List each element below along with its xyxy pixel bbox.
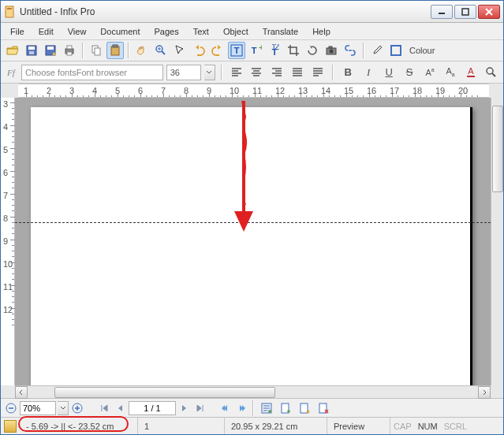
extract-page-icon: [298, 402, 311, 415]
zoom-dropdown[interactable]: [58, 401, 69, 415]
subscript-button[interactable]: Aa: [442, 64, 459, 81]
align-justify-button[interactable]: [289, 64, 306, 81]
font-size-combo[interactable]: 36: [166, 65, 201, 80]
svg-line-36: [492, 73, 495, 76]
superscript-icon: Aa: [425, 67, 434, 77]
minimize-button[interactable]: [431, 5, 453, 19]
paste-button[interactable]: [106, 42, 124, 59]
colour-swatch-icon: [390, 44, 402, 57]
menu-help[interactable]: Help: [306, 25, 337, 38]
font-size-dropdown[interactable]: [204, 65, 215, 80]
close-button[interactable]: [478, 5, 500, 19]
zoom-in-button[interactable]: [70, 401, 84, 415]
strike-icon: S: [406, 66, 413, 78]
pointer-tool[interactable]: [171, 42, 189, 59]
link-tool[interactable]: [342, 42, 359, 59]
menu-edit[interactable]: Edit: [32, 25, 60, 38]
saveas-button[interactable]: [42, 42, 59, 59]
redo-icon: [211, 44, 224, 57]
eyedropper-tool[interactable]: [368, 42, 386, 59]
svg-line-19: [162, 51, 165, 54]
hscroll-left-button[interactable]: [15, 386, 28, 399]
menu-text[interactable]: Text: [187, 25, 215, 38]
last-page-button[interactable]: [193, 401, 207, 415]
chevron-down-icon: [60, 406, 66, 411]
align-justify-last-button[interactable]: [309, 64, 327, 81]
minus-circle-icon: [6, 403, 17, 414]
prev-page-button[interactable]: [113, 401, 127, 415]
align-center-icon: [250, 66, 263, 79]
undo-button[interactable]: [190, 42, 207, 59]
first-page-button[interactable]: [97, 401, 111, 415]
svg-text:+: +: [259, 44, 262, 52]
insert-page-icon: [279, 402, 292, 415]
insert-page-button[interactable]: [277, 400, 294, 417]
hscroll-thumb[interactable]: [54, 387, 275, 398]
folder-open-icon: [6, 44, 19, 57]
horizontal-guide[interactable]: [15, 222, 491, 223]
app-window: Untitled - Infix Pro File Edit View Docu…: [0, 0, 504, 435]
menu-translate[interactable]: Translate: [256, 25, 304, 38]
hand-tool[interactable]: [133, 42, 151, 59]
vertical-scrollbar[interactable]: [491, 98, 503, 385]
bold-button[interactable]: B: [339, 64, 357, 81]
vscroll-thumb[interactable]: [492, 106, 503, 192]
horizontal-scrollbar[interactable]: [15, 385, 491, 398]
zoom-out-button[interactable]: [4, 401, 18, 415]
copy-button[interactable]: [88, 42, 105, 59]
forward-view-icon: [237, 403, 246, 413]
text-tool[interactable]: T: [228, 42, 245, 59]
vertical-ruler[interactable]: 3456789101112: [1, 98, 15, 385]
menu-object[interactable]: Object: [217, 25, 255, 38]
status-icon[interactable]: [4, 420, 17, 433]
textplus-tool[interactable]: T+: [247, 42, 264, 59]
menu-file[interactable]: File: [4, 25, 31, 38]
svg-rect-16: [111, 46, 119, 55]
delete-page-button[interactable]: [315, 400, 332, 417]
font-combo[interactable]: Choose fontsFont browser: [21, 65, 163, 80]
print-button[interactable]: [61, 42, 78, 59]
forward-view-button[interactable]: [234, 401, 248, 415]
font-family-icon: Ff: [4, 68, 18, 77]
menu-document[interactable]: Document: [94, 25, 146, 38]
textcolor-button[interactable]: A: [462, 64, 480, 81]
page-field[interactable]: 1 / 1: [129, 401, 176, 415]
crop-tool[interactable]: [285, 42, 302, 59]
zoom-tool[interactable]: [152, 42, 170, 59]
camera-tool[interactable]: [323, 42, 340, 59]
menu-pages[interactable]: Pages: [148, 25, 185, 38]
hscroll-right-button[interactable]: [478, 386, 491, 399]
back-view-button[interactable]: [218, 401, 233, 415]
next-page-button[interactable]: [177, 401, 192, 415]
strike-button[interactable]: S: [401, 64, 418, 81]
menu-view[interactable]: View: [62, 25, 93, 38]
page[interactable]: [31, 107, 472, 385]
statusbar: - 5.69 -> || <- 23.52 cm 1 20.95 x 29.21…: [1, 417, 503, 434]
search-button[interactable]: [483, 64, 500, 81]
svg-rect-10: [47, 46, 54, 50]
rotate-tool[interactable]: [304, 42, 321, 59]
align-left-button[interactable]: [228, 64, 245, 81]
italic-button[interactable]: I: [360, 64, 377, 81]
textnum-tool[interactable]: 12T: [266, 42, 283, 59]
open-button[interactable]: [4, 42, 21, 59]
reflow-button[interactable]: [258, 400, 275, 417]
align-center-button[interactable]: [248, 64, 265, 81]
horizontal-ruler[interactable]: 1234567891011121314151617181920: [18, 84, 489, 98]
superscript-button[interactable]: Aa: [421, 64, 439, 81]
extract-page-button[interactable]: [296, 400, 313, 417]
document-area[interactable]: [15, 98, 491, 385]
menubar: File Edit View Document Pages Text Objec…: [1, 23, 503, 40]
save-button[interactable]: [23, 42, 40, 59]
maximize-button[interactable]: [454, 5, 476, 19]
camera-icon: [325, 44, 338, 57]
svg-point-30: [330, 50, 334, 54]
underline-button[interactable]: U: [380, 64, 398, 81]
colour-swatch[interactable]: [387, 42, 405, 59]
last-page-icon: [196, 403, 205, 413]
zoom-combo[interactable]: 70%: [20, 401, 56, 415]
paste-icon: [109, 44, 121, 57]
redo-button[interactable]: [209, 42, 226, 59]
chevron-left-icon: [18, 389, 24, 396]
align-right-button[interactable]: [268, 64, 286, 81]
